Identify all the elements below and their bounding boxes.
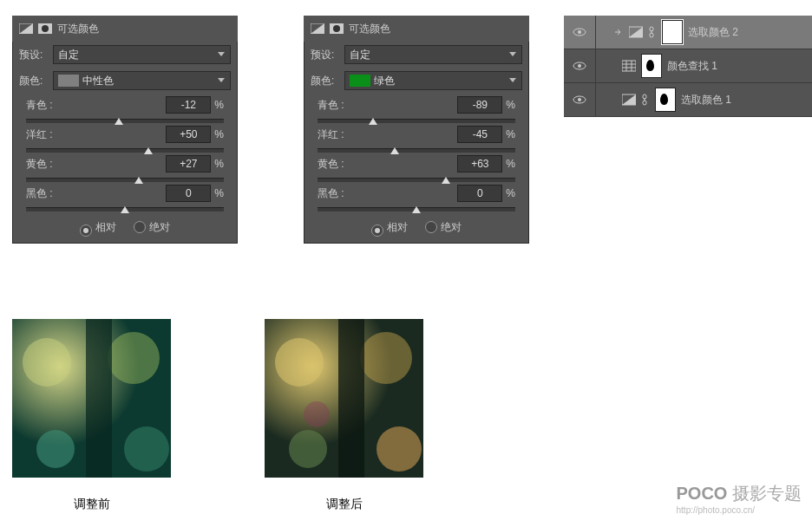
svg-rect-36 <box>338 319 364 478</box>
link-icon <box>641 94 650 106</box>
slider-track[interactable] <box>26 119 224 123</box>
mask-thumbnail[interactable] <box>662 20 683 44</box>
selective-color-panel-1: 可选颜色 预设:自定 颜色:中性色 青色 :-12%洋红 :+50%黄色 :+2… <box>12 16 238 244</box>
slider-track[interactable] <box>318 207 515 211</box>
color-select[interactable]: 中性色 <box>53 71 231 90</box>
slider-track[interactable] <box>26 178 224 182</box>
method-radios: 相对 绝对 <box>12 211 238 244</box>
slider-track[interactable] <box>318 119 515 123</box>
visibility-toggle[interactable] <box>564 83 596 116</box>
after-image <box>265 319 423 478</box>
adjustment-layer-icon <box>622 94 636 106</box>
layer-name: 颜色查找 1 <box>667 59 717 74</box>
slider-row: 青色 :-89% <box>304 94 529 123</box>
panel-title: 可选颜色 <box>57 22 99 36</box>
slider-value[interactable]: -89 <box>457 96 502 114</box>
svg-point-37 <box>304 401 330 427</box>
visibility-toggle[interactable] <box>564 16 596 49</box>
before-image <box>12 319 171 478</box>
svg-point-2 <box>42 25 49 32</box>
color-select[interactable]: 绿色 <box>344 71 522 90</box>
before-caption: 调整前 <box>12 497 171 512</box>
svg-point-7 <box>578 30 581 34</box>
mask-thumbnail[interactable] <box>641 54 662 78</box>
slider-label: 洋红 : <box>26 127 53 142</box>
slider-thumb[interactable] <box>442 177 450 185</box>
svg-point-35 <box>377 426 422 472</box>
layers-panel: 选取颜色 2 颜色查找 1 选取颜色 1 <box>564 16 812 117</box>
layer-row[interactable]: 选取颜色 2 <box>564 16 812 49</box>
color-label: 颜色: <box>311 74 340 88</box>
svg-point-27 <box>108 332 160 384</box>
slider-track[interactable] <box>318 178 515 182</box>
panel-header: 可选颜色 <box>12 16 238 42</box>
color-label: 颜色: <box>19 74 49 88</box>
clip-icon <box>615 28 624 36</box>
eye-icon <box>573 28 586 36</box>
slider-value[interactable]: -45 <box>457 126 502 143</box>
slider-row: 黄色 :+63% <box>304 153 529 182</box>
eye-icon <box>573 95 586 104</box>
link-icon <box>648 26 657 38</box>
radio-relative[interactable]: 相对 <box>371 220 408 237</box>
slider-thumb[interactable] <box>390 147 399 156</box>
slider-row: 洋红 :-45% <box>304 123 529 153</box>
slider-row: 洋红 :+50% <box>12 123 238 153</box>
percent-label: % <box>506 99 515 111</box>
slider-thumb[interactable] <box>369 118 377 127</box>
slider-track[interactable] <box>26 148 224 153</box>
svg-point-33 <box>360 332 412 384</box>
slider-thumb[interactable] <box>412 206 421 215</box>
percent-label: % <box>506 128 515 140</box>
svg-point-5 <box>333 25 340 32</box>
lut-icon <box>622 60 636 72</box>
slider-label: 青色 : <box>318 98 344 113</box>
slider-label: 黑色 : <box>26 186 53 201</box>
svg-point-28 <box>36 430 75 468</box>
mask-icon <box>330 23 344 35</box>
svg-point-29 <box>124 426 169 472</box>
slider-thumb[interactable] <box>144 147 153 156</box>
svg-point-13 <box>578 64 581 68</box>
preset-select[interactable]: 自定 <box>53 45 231 64</box>
slider-thumb[interactable] <box>134 177 143 185</box>
slider-value[interactable]: 0 <box>166 185 211 202</box>
layer-name: 选取颜色 2 <box>688 25 738 40</box>
slider-track[interactable] <box>318 148 515 153</box>
adjustment-icon <box>19 23 33 35</box>
percent-label: % <box>506 158 515 170</box>
preset-select[interactable]: 自定 <box>344 45 522 64</box>
svg-point-32 <box>275 338 324 387</box>
preset-label: 预设: <box>19 48 49 62</box>
slider-value[interactable]: +27 <box>166 155 211 172</box>
adjustment-icon <box>311 23 324 35</box>
slider-value[interactable]: -12 <box>166 96 211 114</box>
slider-track[interactable] <box>26 207 224 211</box>
slider-label: 洋红 : <box>318 127 344 142</box>
radio-relative[interactable]: 相对 <box>80 220 116 237</box>
percent-label: % <box>506 187 515 199</box>
svg-rect-30 <box>86 319 112 478</box>
radio-absolute[interactable]: 绝对 <box>425 220 462 237</box>
visibility-toggle[interactable] <box>564 49 596 82</box>
slider-value[interactable]: +50 <box>166 126 211 143</box>
slider-row: 黑色 :0% <box>12 182 238 211</box>
comparison-images: 调整前 调整后 <box>12 319 423 512</box>
preset-label: 预设: <box>311 48 340 62</box>
slider-thumb[interactable] <box>121 206 129 215</box>
layer-row[interactable]: 选取颜色 1 <box>564 83 812 117</box>
slider-value[interactable]: 0 <box>457 185 502 202</box>
watermark: POCO 摄影专题 http://photo.poco.cn/ <box>677 482 802 515</box>
after-caption: 调整后 <box>265 497 423 512</box>
mask-thumbnail[interactable] <box>655 88 676 112</box>
adjustment-layer-icon <box>629 26 643 38</box>
layer-row[interactable]: 颜色查找 1 <box>564 49 812 83</box>
slider-label: 黑色 : <box>318 186 344 201</box>
slider-label: 青色 : <box>26 98 53 113</box>
slider-value[interactable]: +63 <box>457 155 502 172</box>
slider-thumb[interactable] <box>115 118 123 127</box>
eye-icon <box>573 62 586 70</box>
percent-label: % <box>214 158 224 170</box>
slider-row: 青色 :-12% <box>12 94 238 123</box>
radio-absolute[interactable]: 绝对 <box>134 220 170 237</box>
